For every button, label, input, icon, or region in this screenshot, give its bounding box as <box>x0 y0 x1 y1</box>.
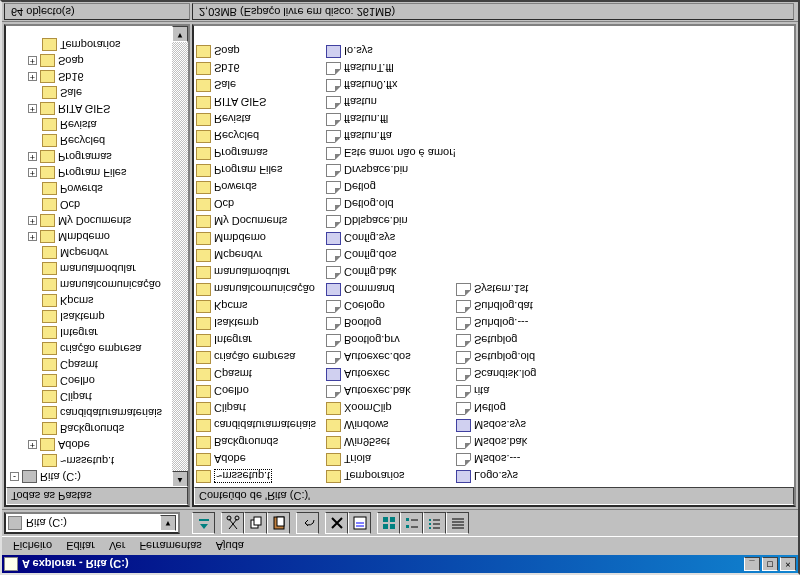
scroll-track[interactable] <box>172 42 188 471</box>
folder-tree[interactable]: -Rita (C:)~mssetup.t+AdobeBackgroundscan… <box>6 26 172 487</box>
list-item[interactable]: Recycled <box>196 128 326 145</box>
list-item[interactable]: Autoexec <box>326 366 456 383</box>
list-item[interactable]: Backgrounds <box>196 434 326 451</box>
expand-toggle-icon[interactable]: + <box>28 217 37 226</box>
scroll-up-icon[interactable]: ▲ <box>172 471 188 487</box>
tree-item[interactable]: +Program Files <box>6 165 172 181</box>
list-item[interactable]: ffastunT.ffl <box>326 60 456 77</box>
tree-item[interactable]: Coelho <box>6 373 172 389</box>
list-item[interactable]: Detlog <box>326 179 456 196</box>
list-item[interactable]: Command <box>326 281 456 298</box>
list-item[interactable]: ffastun0.ffx <box>326 77 456 94</box>
tree-item[interactable]: Clipart <box>6 389 172 405</box>
tree-item[interactable]: +RITA GIFS <box>6 101 172 117</box>
list-item[interactable]: Scandisk.log <box>456 366 586 383</box>
chevron-down-icon[interactable]: ▼ <box>160 515 176 531</box>
tree-item[interactable]: +Mmbdemo <box>6 229 172 245</box>
tree-item[interactable]: Cpasmt <box>6 357 172 373</box>
list-item[interactable]: Coelho <box>196 383 326 400</box>
menu-tools[interactable]: Ferramentas <box>132 538 208 554</box>
menu-view[interactable]: Ver <box>102 538 133 554</box>
tree-item[interactable]: Kpcms <box>6 293 172 309</box>
expand-toggle-icon[interactable]: + <box>28 233 37 242</box>
list-item[interactable]: Windows <box>326 417 456 434</box>
list-item[interactable]: criação empresa <box>196 349 326 366</box>
tree-scrollbar[interactable]: ▲ ▼ <box>172 26 188 487</box>
scroll-down-icon[interactable]: ▼ <box>172 26 188 42</box>
tree-item[interactable]: +Adobe <box>6 437 172 453</box>
tree-item[interactable]: candidaturamateriais <box>6 405 172 421</box>
large-icons-button[interactable] <box>377 512 400 534</box>
list-item[interactable]: Bootlog <box>326 315 456 332</box>
list-item[interactable]: ffastun.ffl <box>326 111 456 128</box>
list-item[interactable]: Cpasmt <box>196 366 326 383</box>
list-item[interactable]: rita <box>456 383 586 400</box>
expand-toggle-icon[interactable]: - <box>10 473 19 482</box>
details-button[interactable] <box>446 512 469 534</box>
list-item[interactable]: Dblspace.bin <box>326 213 456 230</box>
tree-item[interactable]: Isaktemp <box>6 309 172 325</box>
list-item[interactable]: System.1st <box>456 281 586 298</box>
list-item[interactable]: Mcpendvr <box>196 247 326 264</box>
minimize-button[interactable]: _ <box>744 557 760 571</box>
list-item[interactable]: Ocb <box>196 196 326 213</box>
list-item[interactable]: XoomClip <box>326 400 456 417</box>
menu-edit[interactable]: Editar <box>59 538 102 554</box>
expand-toggle-icon[interactable]: + <box>28 73 37 82</box>
expand-toggle-icon[interactable]: + <box>28 105 37 114</box>
list-item[interactable]: candidaturamateriais <box>196 417 326 434</box>
list-item[interactable]: ~mssetup.t <box>196 468 326 485</box>
small-icons-button[interactable] <box>400 512 423 534</box>
list-item[interactable]: Drvspace.bin <box>326 162 456 179</box>
list-item[interactable]: Config.dos <box>326 247 456 264</box>
delete-button[interactable] <box>325 512 348 534</box>
list-item[interactable]: Mmbdemo <box>196 230 326 247</box>
list-item[interactable]: Revista <box>196 111 326 128</box>
close-button[interactable]: ✕ <box>780 557 796 571</box>
list-item[interactable]: Bootlog.prv <box>326 332 456 349</box>
list-item[interactable]: ffastun.ffa <box>326 128 456 145</box>
list-item[interactable]: Setuplog.old <box>456 349 586 366</box>
list-item[interactable]: My Documents <box>196 213 326 230</box>
list-item[interactable]: Temporarios <box>326 468 456 485</box>
list-item[interactable]: Suhdlog.dat <box>456 298 586 315</box>
tree-item[interactable]: Backgrounds <box>6 421 172 437</box>
list-item[interactable]: Este amor não é amor! <box>326 145 456 162</box>
list-item[interactable]: Programas <box>196 145 326 162</box>
expand-toggle-icon[interactable]: + <box>28 441 37 450</box>
tree-item[interactable]: Integrar <box>6 325 172 341</box>
menu-help[interactable]: Ajuda <box>209 538 251 554</box>
list-item[interactable]: Detlog.old <box>326 196 456 213</box>
list-item[interactable]: Msdos.bak <box>456 434 586 451</box>
list-item[interactable]: Integrar <box>196 332 326 349</box>
list-item[interactable]: Win95set <box>326 434 456 451</box>
tree-item[interactable]: Temporarios <box>6 37 172 53</box>
expand-toggle-icon[interactable]: + <box>28 57 37 66</box>
tree-item[interactable]: +Sb16 <box>6 69 172 85</box>
tree-item[interactable]: manualcomunicação <box>6 277 172 293</box>
list-item[interactable]: Sale <box>196 77 326 94</box>
copy-button[interactable] <box>244 512 267 534</box>
tree-item[interactable]: Powerds <box>6 181 172 197</box>
tree-item[interactable]: Recycled <box>6 133 172 149</box>
cut-button[interactable] <box>221 512 244 534</box>
list-item[interactable]: Program Files <box>196 162 326 179</box>
menu-file[interactable]: Ficheiro <box>6 538 59 554</box>
list-item[interactable]: Logo.sys <box>456 468 586 485</box>
list-item[interactable]: Msdos.--- <box>456 451 586 468</box>
list-item[interactable]: Adobe <box>196 451 326 468</box>
tree-item[interactable]: Ocb <box>6 197 172 213</box>
list-item[interactable]: RITA GIFS <box>196 94 326 111</box>
tree-item[interactable]: Sale <box>6 85 172 101</box>
list-item[interactable]: Triola <box>326 451 456 468</box>
tree-item[interactable]: +Programas <box>6 149 172 165</box>
list-item[interactable]: Autoexec.bak <box>326 383 456 400</box>
address-combo[interactable]: Rita (C:) ▼ <box>4 512 180 534</box>
list-item[interactable]: Msdos.sys <box>456 417 586 434</box>
list-item[interactable]: Netlog <box>456 400 586 417</box>
list-item[interactable]: Kpcms <box>196 298 326 315</box>
list-item[interactable]: Io.sys <box>326 43 456 60</box>
tree-item[interactable]: Revista <box>6 117 172 133</box>
list-item[interactable]: Clipart <box>196 400 326 417</box>
tree-item[interactable]: +Soap <box>6 53 172 69</box>
